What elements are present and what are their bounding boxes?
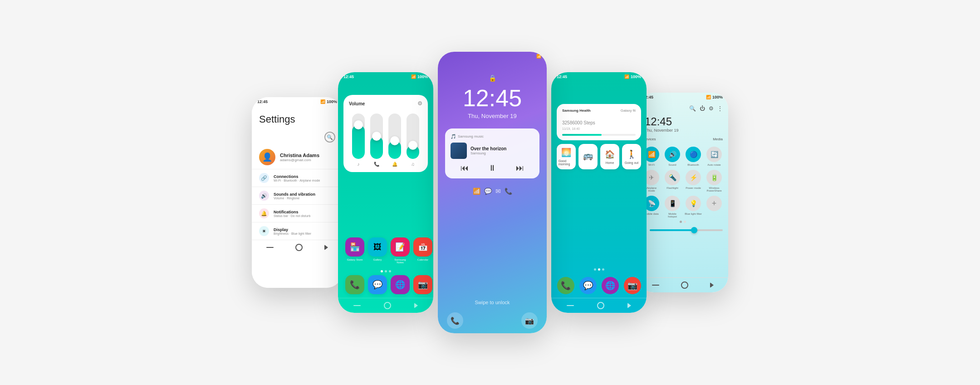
- qs-tile-autorotate[interactable]: 🔄 Auto rotate: [706, 147, 723, 166]
- app-gallery[interactable]: 🖼 Gallery: [368, 237, 387, 264]
- volume-slider-call[interactable]: 📞: [370, 114, 383, 167]
- home-app-phone[interactable]: 📞: [557, 277, 574, 294]
- app-phone[interactable]: 📞: [345, 275, 364, 294]
- nav-bar-2: [338, 298, 433, 313]
- status-time-2: 12:45: [343, 74, 354, 79]
- qs-tile-power-mode[interactable]: ⚡ Power mode: [685, 170, 702, 192]
- page-dots: [338, 267, 433, 275]
- settings-item-sounds[interactable]: 🔊 Sounds and vibration Volume · Ringtone: [252, 187, 343, 204]
- lock-date: Thu, November 19: [468, 113, 517, 119]
- volume-thumb-media: [354, 120, 363, 129]
- settings-item-notifications[interactable]: 🔔 Notifications Status bar · Do not dist…: [252, 204, 343, 222]
- volume-slider-media[interactable]: ♪: [352, 114, 365, 167]
- qa-label-home: Home: [606, 161, 614, 164]
- nav-recent[interactable]: [324, 245, 328, 250]
- camera-shortcut[interactable]: 📷: [521, 312, 538, 329]
- phone-homescreen: 12:45 📶 100% Samsung Health Galaxy fit 3…: [551, 72, 647, 313]
- home-app-messages[interactable]: 💬: [579, 277, 597, 294]
- qa-good-morning[interactable]: 🌅 Good morning: [557, 144, 576, 169]
- volume-settings-icon[interactable]: ⚙: [417, 100, 422, 107]
- app-browser[interactable]: 🌐: [391, 275, 410, 294]
- volume-label: Volume: [349, 101, 365, 106]
- nav-back-4[interactable]: [567, 305, 574, 306]
- app-messages[interactable]: 💬: [368, 275, 387, 294]
- qs-dots: [637, 218, 728, 226]
- brightness-track[interactable]: [650, 229, 723, 231]
- bluetooth-tile-icon: 🔵: [686, 147, 701, 162]
- home-app-browser[interactable]: 🌐: [601, 277, 619, 294]
- qa-home[interactable]: 🏠 Home: [600, 144, 619, 169]
- qs-tile-sound[interactable]: 🔊 Sound: [664, 147, 681, 166]
- steps-progress: [562, 134, 636, 136]
- nav-bar-1: [252, 240, 343, 255]
- qs-tile-bluetooth[interactable]: 🔵 Bluetooth: [685, 147, 702, 166]
- qs-tile-flashlight[interactable]: 🔦 Flashlight: [664, 170, 681, 192]
- qs-date: Thu, November 19: [645, 128, 721, 133]
- settings-item-display[interactable]: ☀ Display Brightness · Blue light filter: [252, 222, 343, 240]
- home-dots: [551, 266, 647, 273]
- profile-section[interactable]: 👤 Christina Adams adams@gmail.com: [252, 145, 343, 169]
- search-icon[interactable]: 🔍: [324, 132, 335, 143]
- app-samsung-notes[interactable]: 📝 Samsung Notes: [391, 237, 410, 264]
- status-bar-1: 12:45 📶 100%: [252, 97, 343, 106]
- qs-dot-2: [684, 221, 686, 223]
- qa-icon-going-out: 🚶: [627, 149, 637, 159]
- app-camera[interactable]: 📷: [413, 275, 432, 294]
- home-app-camera[interactable]: 📷: [623, 277, 641, 294]
- nav-recent-5[interactable]: [710, 282, 714, 288]
- avatar: 👤: [259, 149, 275, 165]
- power-qs-icon[interactable]: ⏻: [700, 105, 705, 112]
- qa-going-out[interactable]: 🚶 Going out: [622, 144, 641, 169]
- status-icons-4: 📶 100%: [624, 74, 641, 79]
- more-qs-icon[interactable]: ⋮: [717, 105, 723, 112]
- qs-time-section: 12:45 Thu, November 19: [637, 114, 728, 135]
- add-tile-icon: +: [706, 196, 722, 211]
- nav-home[interactable]: [295, 244, 303, 251]
- status-time-1: 12:45: [257, 99, 268, 104]
- notification-icons: 📶 💬 ✉ 📞: [473, 188, 512, 195]
- nav-home-4[interactable]: [597, 302, 604, 309]
- qs-tile-blue-light[interactable]: 💡 Blue light filter: [685, 196, 702, 218]
- nav-bar-5: [637, 277, 728, 292]
- qa-commute[interactable]: 🚌: [578, 144, 598, 169]
- nav-home-5[interactable]: [681, 281, 688, 289]
- search-qs-icon[interactable]: 🔍: [689, 105, 696, 112]
- sounds-sub: Volume · Ringtone: [274, 197, 335, 200]
- profile-email: adams@gmail.com: [280, 158, 335, 162]
- status-icons-1: 📶 100%: [320, 99, 337, 104]
- nav-recent-4[interactable]: [627, 303, 631, 308]
- song-title: Over the horizon: [470, 146, 506, 151]
- qs-tile-hotspot[interactable]: 📱 Mobile hotspot: [664, 196, 681, 218]
- qs-tile-add[interactable]: +: [706, 196, 723, 218]
- display-text: Display Brightness · Blue light filter: [274, 227, 335, 235]
- status-bar-5: 12:45 📶 100%: [637, 93, 728, 102]
- app-calendar[interactable]: 📅 Calendar: [413, 237, 432, 264]
- status-bar-4: 12:45 📶 100%: [551, 72, 647, 81]
- flashlight-tile-label: Flashlight: [666, 187, 678, 189]
- home-app-icon-camera: 📷: [624, 277, 641, 294]
- pause-btn[interactable]: ⏸: [488, 163, 496, 173]
- status-bar-3: 📶: [438, 52, 547, 61]
- nav-recent-2[interactable]: [414, 303, 418, 308]
- brightness-thumb: [691, 227, 697, 233]
- nav-back-2[interactable]: [353, 305, 361, 306]
- next-btn[interactable]: ⏭: [516, 163, 524, 173]
- phone-shortcut[interactable]: 📞: [447, 312, 463, 329]
- settings-qs-icon[interactable]: ⚙: [709, 105, 714, 112]
- volume-slider-notification[interactable]: 🔔: [388, 114, 401, 167]
- volume-slider-system[interactable]: ♫: [407, 114, 419, 167]
- home-dot-1: [594, 268, 596, 271]
- app-galaxy-store[interactable]: 🏪 Galaxy Store: [345, 237, 364, 264]
- wifi-notif: 📶: [473, 188, 480, 195]
- music-card: 🎵 Samsung music Over the horizon Samsung…: [445, 128, 539, 178]
- app-label-calendar: Calendar: [417, 258, 428, 261]
- home-dot-2: [598, 268, 600, 271]
- qs-tile-wireless-share[interactable]: 🔋 Wireless PowerShare: [706, 170, 723, 192]
- nav-back-5[interactable]: [652, 285, 659, 286]
- home-apps-grid: 📞 💬 🌐 📷: [551, 273, 647, 298]
- settings-item-connections[interactable]: 🔗 Connections Wi-Fi · Bluetooth · Airpla…: [252, 169, 343, 187]
- prev-btn[interactable]: ⏮: [461, 163, 469, 173]
- nav-back[interactable]: [266, 247, 274, 248]
- nav-home-2[interactable]: [384, 302, 391, 309]
- volume-icon-notif: 🔔: [392, 162, 397, 167]
